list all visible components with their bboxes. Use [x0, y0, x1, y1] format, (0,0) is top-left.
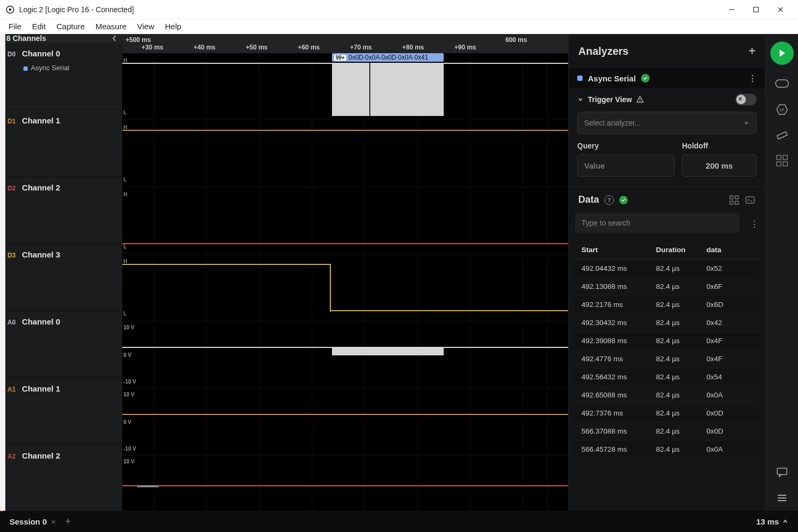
- table-row[interactable]: 492.13088 ms82.4 µs0x6F: [574, 278, 760, 296]
- table-header: Start Duration data: [574, 240, 760, 260]
- panels-icon[interactable]: [775, 154, 789, 167]
- query-label: Query: [577, 142, 675, 150]
- bottom-bar: Session 0 × + 13 ms: [0, 511, 798, 532]
- ruler-icon[interactable]: [775, 129, 789, 142]
- hex-icon[interactable]: 1F: [775, 103, 789, 116]
- analyzer-color-dot: [577, 76, 583, 81]
- chevron-left-icon: [112, 35, 117, 42]
- channels-count: 8 Channels: [6, 34, 46, 43]
- chevron-up-icon[interactable]: [782, 518, 788, 525]
- table-row[interactable]: 492.4776 ms82.4 µs0x4F: [574, 350, 760, 368]
- svg-rect-12: [746, 197, 754, 203]
- svg-rect-20: [783, 162, 787, 166]
- analyzer-select[interactable]: Select analyzer...: [577, 112, 757, 134]
- session-tab[interactable]: Session 0: [10, 517, 47, 526]
- trigger-view-label[interactable]: Trigger View: [588, 95, 632, 104]
- trigger-toggle[interactable]: ×: [735, 94, 757, 105]
- table-row[interactable]: 492.65088 ms82.4 µs0x0A: [574, 386, 760, 404]
- query-input[interactable]: Value: [577, 154, 675, 177]
- analyzer-name: Async Serial: [588, 74, 636, 83]
- table-row[interactable]: 492.30432 ms82.4 µs0x42: [574, 314, 760, 332]
- timescale-tick: +30 ms: [142, 44, 163, 51]
- svg-rect-10: [730, 201, 733, 204]
- lane-d3[interactable]: HL: [122, 254, 568, 321]
- menu-view[interactable]: View: [137, 22, 154, 31]
- window-title: Logic 2 [Logic Pro 16 - Connected]: [19, 5, 134, 14]
- data-search-input[interactable]: Type to search: [575, 213, 739, 233]
- grid-view-icon[interactable]: [729, 195, 739, 205]
- lane-d2[interactable]: HL: [122, 187, 568, 254]
- close-session-button[interactable]: ×: [51, 517, 56, 526]
- channel-a2[interactable]: A2Channel 2: [0, 445, 122, 512]
- table-row[interactable]: 566.37088 ms82.4 µs0x0D: [574, 422, 760, 440]
- channel-a0[interactable]: A0Channel 0: [0, 311, 122, 378]
- table-row[interactable]: 566.45728 ms82.4 µs0x0A: [574, 440, 760, 459]
- table-row[interactable]: 492.39088 ms82.4 µs0x4F: [574, 332, 760, 350]
- app-icon: [5, 5, 15, 14]
- timescale-tick: +80 ms: [402, 44, 424, 51]
- waveform-area[interactable]: +500 ms 600 ms +30 ms +40 ms +50 ms +60 …: [122, 34, 568, 511]
- menu-help[interactable]: Help: [165, 22, 181, 31]
- analyzers-title: Analyzers: [578, 45, 629, 57]
- table-row[interactable]: 492.56432 ms82.4 µs0x54: [574, 368, 760, 386]
- table-row[interactable]: 492.04432 ms82.4 µs0x52: [574, 260, 760, 278]
- decode-count-badge: 99+: [334, 55, 346, 61]
- menu-file[interactable]: File: [9, 22, 21, 31]
- analyzer-menu-button[interactable]: ⋮: [749, 73, 757, 83]
- check-icon: [619, 196, 628, 204]
- help-icon[interactable]: ?: [604, 195, 614, 205]
- titlebar: Logic 2 [Logic Pro 16 - Connected]: [0, 0, 798, 19]
- lane-a1[interactable]: 10 V 0 V -10 V: [122, 388, 568, 455]
- chat-icon[interactable]: [775, 466, 789, 479]
- analyzer-item[interactable]: Async Serial ⋮: [569, 68, 765, 88]
- svg-rect-11: [735, 201, 738, 204]
- decode-bubble[interactable]: 99+ 0x0D·0x0A·0x0D·0x0A·0x41: [332, 53, 444, 62]
- data-menu-button[interactable]: ⋮: [750, 219, 759, 229]
- svg-rect-3: [754, 7, 759, 12]
- tool-column: 1F: [765, 34, 798, 511]
- lane-d1[interactable]: HL: [122, 120, 568, 187]
- channels-header[interactable]: 8 Channels: [0, 34, 122, 43]
- menu-edit[interactable]: Edit: [32, 22, 46, 31]
- add-session-button[interactable]: +: [65, 516, 71, 527]
- run-button[interactable]: [770, 41, 794, 65]
- holdoff-input[interactable]: 200 ms: [682, 154, 757, 177]
- table-row[interactable]: 492.2176 ms82.4 µs0x6D: [574, 296, 760, 314]
- device-icon[interactable]: [775, 78, 789, 90]
- svg-rect-21: [777, 468, 787, 475]
- timescale-tick: +90 ms: [454, 44, 476, 51]
- channel-sidebar: 8 Channels D0Channel 0Async SerialD1Chan…: [0, 34, 122, 511]
- menu-measure[interactable]: Measure: [95, 22, 126, 31]
- background-gutter: [0, 34, 5, 511]
- analyzers-panel: Analyzers + Async Serial ⋮ Trigger View …: [568, 34, 765, 511]
- chevron-down-icon: [743, 120, 750, 126]
- timescale-major-right: 600 ms: [505, 36, 527, 44]
- maximize-button[interactable]: [744, 2, 768, 18]
- timescale-major-left: +500 ms: [126, 36, 151, 44]
- close-button[interactable]: [768, 2, 793, 18]
- add-analyzer-button[interactable]: +: [749, 44, 755, 58]
- channel-d0[interactable]: D0Channel 0Async Serial: [0, 43, 122, 110]
- svg-rect-17: [777, 155, 781, 160]
- svg-rect-14: [776, 80, 788, 87]
- lane-a2[interactable]: 10 V: [122, 455, 568, 487]
- channel-d1[interactable]: D1Channel 1: [0, 110, 122, 177]
- menu-capture[interactable]: Capture: [56, 22, 85, 31]
- channel-a1[interactable]: A1Channel 1: [0, 378, 122, 445]
- channel-d2[interactable]: D2Channel 2: [0, 177, 122, 244]
- timescale[interactable]: +500 ms 600 ms +30 ms +40 ms +50 ms +60 …: [122, 34, 568, 53]
- svg-point-7: [639, 101, 641, 102]
- decode-text: 0x0D·0x0A·0x0D·0x0A·0x41: [348, 54, 428, 61]
- chevron-down-icon: [577, 96, 584, 103]
- lane-a0[interactable]: 10 V 0 V -10 V: [122, 321, 568, 388]
- svg-point-1: [9, 8, 12, 11]
- menubar: File Edit Capture Measure View Help: [0, 19, 798, 34]
- menu-icon[interactable]: [775, 492, 789, 504]
- minimize-button[interactable]: [719, 2, 744, 18]
- channel-d3[interactable]: D3Channel 3: [0, 244, 122, 311]
- table-row[interactable]: 492.7376 ms82.4 µs0x0D: [574, 404, 760, 422]
- lane-d0[interactable]: HL 99+ 0x0D·0x0A·0x0D·0x0A·0x41: [122, 53, 568, 120]
- data-title: Data: [578, 194, 599, 205]
- zoom-level[interactable]: 13 ms: [756, 517, 779, 526]
- terminal-icon[interactable]: [745, 195, 755, 205]
